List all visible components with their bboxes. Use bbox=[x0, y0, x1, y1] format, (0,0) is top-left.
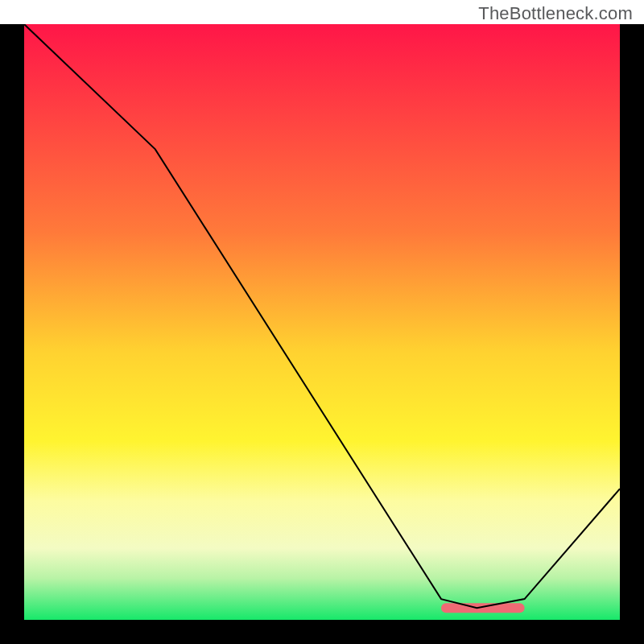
frame-left bbox=[0, 0, 24, 644]
plot-svg bbox=[24, 24, 620, 620]
chart-container bbox=[0, 0, 644, 644]
plot-frame bbox=[24, 24, 620, 620]
frame-bot bbox=[0, 620, 644, 644]
optimal-zone-marker bbox=[441, 603, 525, 613]
frame-right bbox=[620, 0, 644, 644]
plot-gradient-background bbox=[24, 24, 620, 620]
watermark-text: TheBottleneck.com bbox=[478, 3, 633, 24]
